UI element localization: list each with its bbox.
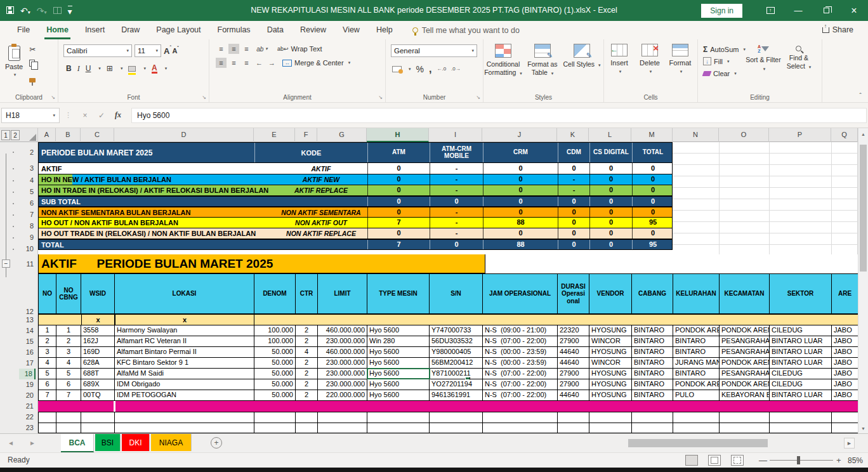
filter-wsid[interactable]: x xyxy=(81,315,115,325)
row-header-10[interactable]: 10 xyxy=(22,243,36,254)
summary-row-ho-in-trade[interactable]: HO IN TRADE IN (RELOKASI) / AKTIF RELOKA… xyxy=(39,185,672,195)
sheet-tab-bca[interactable]: BCA xyxy=(61,434,94,452)
cut-icon[interactable]: ✂ xyxy=(29,46,36,53)
col-header-P[interactable]: P xyxy=(769,128,831,142)
close-button[interactable]: × xyxy=(840,0,868,21)
add-sheet-icon[interactable]: + xyxy=(211,437,222,449)
format-cells-button[interactable]: Format ▾ xyxy=(665,39,695,102)
minimize-button[interactable]: — xyxy=(784,0,812,21)
fill-color-icon[interactable] xyxy=(128,63,136,74)
align-top-icon[interactable]: ≡ xyxy=(216,44,227,54)
row-header-5[interactable]: 5 xyxy=(22,186,36,197)
zoom-out-icon[interactable]: — xyxy=(759,456,767,465)
tab-view[interactable]: View xyxy=(334,21,368,39)
hdr-durasi[interactable]: DURASI Operasi onal xyxy=(558,274,589,313)
grow-font-icon[interactable]: Aˆ xyxy=(164,46,169,56)
hdr-sn[interactable]: S/N xyxy=(430,274,483,313)
hdr-sektor[interactable]: SEKTOR xyxy=(770,274,832,313)
wrap-text-button[interactable]: ab↩ Wrap Text xyxy=(277,45,322,53)
filter-lokasi[interactable]: x xyxy=(115,315,254,325)
summary-row-aktif[interactable]: AKTIF AKTIF 0 - 0 0 0 0 xyxy=(39,162,672,174)
bold-button[interactable]: B xyxy=(66,65,72,72)
orientation-icon[interactable]: ab▾ xyxy=(254,44,270,54)
table-row[interactable]: 66 689XIDM Obrigado 50.0002 230.000.000H… xyxy=(38,379,858,390)
tab-draw[interactable]: Draw xyxy=(113,21,148,39)
font-dialog-launcher[interactable]: ↘ xyxy=(202,95,206,100)
align-center-icon[interactable]: ≡ xyxy=(228,58,239,68)
row-header-16[interactable]: 16 xyxy=(22,347,36,358)
customize-qat-icon[interactable]: ▾ xyxy=(68,6,72,16)
row-header-4[interactable]: 4 xyxy=(22,174,36,186)
sheet-tab-dki[interactable]: DKI xyxy=(122,434,150,451)
tab-formulas[interactable]: Formulas xyxy=(209,21,259,39)
tab-help[interactable]: Help xyxy=(368,21,401,39)
hdr-kecamatan[interactable]: KECAMATAN xyxy=(720,274,770,313)
outline-collapse-button[interactable]: − xyxy=(2,259,10,268)
tab-insert[interactable]: Insert xyxy=(77,21,113,39)
summary-row-ho-out[interactable]: HO OUT / NON AKTIF BULAN BERJALAN NON AK… xyxy=(39,217,672,228)
hdr-type-mesin[interactable]: TYPE MESIN xyxy=(367,274,430,313)
table-row-selected[interactable]: 55 688TAlfaMd M Saidi 50.0002 230.000.00… xyxy=(38,369,858,379)
horizontal-scroll-thumb[interactable] xyxy=(628,439,768,447)
save-icon[interactable] xyxy=(6,6,14,15)
accounting-format-icon[interactable] xyxy=(392,63,402,75)
empty-row[interactable] xyxy=(38,412,858,423)
decrease-decimal-icon[interactable]: .0→ xyxy=(451,67,461,72)
zoom-slider-track[interactable] xyxy=(770,460,833,461)
borders-icon[interactable]: ⊞ xyxy=(107,65,113,72)
row-header-22[interactable]: 22 xyxy=(22,412,36,423)
col-header-N[interactable]: N xyxy=(673,128,719,142)
empty-cell[interactable] xyxy=(367,315,430,325)
row-header-21[interactable]: 21 xyxy=(22,401,36,412)
collapse-ribbon-icon[interactable]: ˆ xyxy=(859,92,862,100)
col-header-I[interactable]: I xyxy=(429,128,482,142)
shrink-font-icon[interactable]: Aˇ xyxy=(172,47,177,55)
table-row[interactable]: 77 00TQIDM PETOGOGAN 50.0002 220.000.000… xyxy=(38,390,858,401)
increase-decimal-icon[interactable]: ←.0 xyxy=(437,67,446,72)
row-header-20[interactable]: 20 xyxy=(22,390,36,401)
align-right-icon[interactable]: ≡ xyxy=(241,58,252,68)
col-header-D[interactable]: D xyxy=(114,128,254,142)
zoom-in-icon[interactable]: + xyxy=(836,456,841,465)
name-box[interactable]: H18▾ xyxy=(1,108,60,123)
row-header-2[interactable]: 2 xyxy=(22,142,36,162)
autosum-button[interactable]: Σ AutoSum ▾ xyxy=(703,43,746,55)
col-header-A[interactable]: A xyxy=(38,128,56,142)
align-middle-icon[interactable]: ≡ xyxy=(228,44,239,54)
hdr-denom[interactable]: DENOM xyxy=(254,274,296,313)
empty-cell[interactable] xyxy=(632,315,673,325)
col-header-L[interactable]: L xyxy=(589,128,631,142)
share-button[interactable]: Share xyxy=(817,23,859,37)
fill-handle[interactable] xyxy=(465,377,470,380)
redo-icon[interactable]: ↷▾ xyxy=(37,6,47,15)
prev-sheet-icon[interactable]: ◂ xyxy=(9,438,13,447)
delete-cells-button[interactable]: Delete ▾ xyxy=(635,39,665,102)
col-header-G[interactable]: G xyxy=(317,128,367,142)
row-header-13[interactable]: 13 xyxy=(22,315,36,325)
copy-icon[interactable] xyxy=(29,58,36,69)
row-header-17[interactable]: 17 xyxy=(22,358,36,369)
row-header-15[interactable]: 15 xyxy=(22,336,36,347)
hdr-wsid[interactable]: WSID xyxy=(81,274,115,313)
normal-view-icon[interactable] xyxy=(685,455,698,466)
page-break-view-icon[interactable] xyxy=(731,455,744,466)
hdr-lokasi[interactable]: LOKASI xyxy=(115,274,254,313)
empty-cell[interactable] xyxy=(832,315,858,325)
zoom-slider-thumb[interactable] xyxy=(797,456,800,464)
row-header-19[interactable]: 19 xyxy=(22,379,36,390)
find-select-button[interactable]: Find & Select ▾ xyxy=(781,43,817,79)
summary-row-subtotal[interactable]: SUB TOTAL 0 0 0 0 0 0 xyxy=(39,195,672,206)
outline-level-2-button[interactable]: 2 xyxy=(11,130,20,140)
row-header-11[interactable]: 11 xyxy=(22,254,36,273)
table-row[interactable]: 11 3558Harmony Swalayan 100.0002 460.000… xyxy=(38,325,858,336)
empty-cell[interactable] xyxy=(56,315,81,325)
summary-row-total[interactable]: TOTAL 7 0 88 0 0 95 xyxy=(39,239,672,249)
vertical-scroll-thumb[interactable] xyxy=(860,145,867,272)
table-row[interactable]: 44 628AKFC Bintaro Sektor 9 1 50.0002 23… xyxy=(38,358,858,369)
tab-home[interactable]: Home xyxy=(38,21,77,39)
underline-button[interactable]: U xyxy=(86,65,91,72)
clipboard-dialog-launcher[interactable]: ↘ xyxy=(51,95,55,100)
font-color-icon[interactable]: A xyxy=(152,64,157,74)
empty-cell[interactable] xyxy=(430,315,483,325)
tab-file[interactable]: File xyxy=(9,21,38,39)
